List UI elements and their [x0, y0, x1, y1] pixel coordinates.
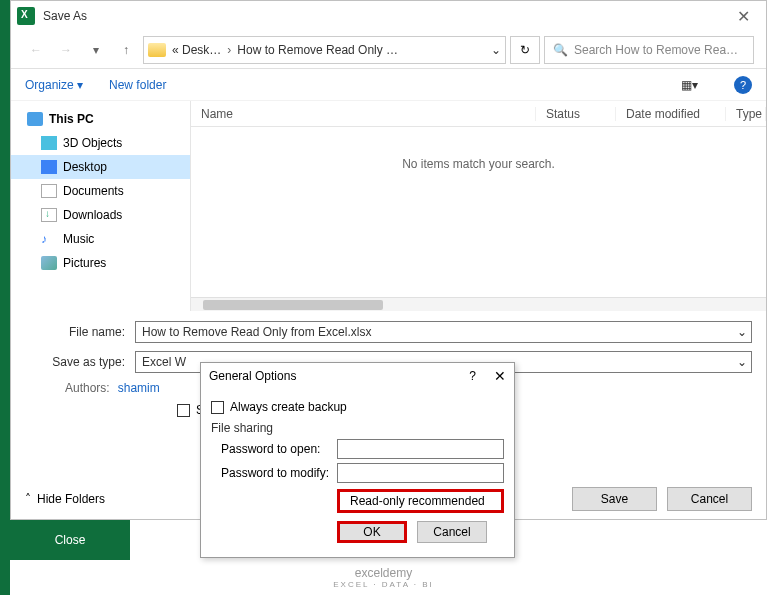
- watermark-sub: EXCEL · DATA · BI: [333, 580, 434, 589]
- scrollbar-thumb[interactable]: [203, 300, 383, 310]
- column-type[interactable]: Type: [726, 107, 766, 121]
- navigation-bar: ← → ▾ ↑ « Desk… › How to Remove Read Onl…: [11, 31, 766, 69]
- cancel-button[interactable]: Cancel: [667, 487, 752, 511]
- refresh-button[interactable]: ↻: [510, 36, 540, 64]
- pwd-open-input[interactable]: [337, 439, 504, 459]
- view-options-button[interactable]: ▦▾: [681, 78, 698, 92]
- forward-button[interactable]: →: [53, 37, 79, 63]
- recent-dropdown-icon[interactable]: ▾: [83, 37, 109, 63]
- back-button[interactable]: ←: [23, 37, 49, 63]
- toolbar: Organize ▾ New folder ▦▾ ?: [11, 69, 766, 101]
- filename-label: File name:: [25, 325, 135, 339]
- chevron-down-icon[interactable]: ⌄: [737, 355, 747, 369]
- pc-icon: [27, 112, 43, 126]
- pwd-modify-input[interactable]: [337, 463, 504, 483]
- help-icon[interactable]: ?: [469, 369, 476, 383]
- chevron-right-icon: ›: [227, 43, 231, 57]
- save-label: Save: [601, 492, 628, 506]
- hide-folders-label: Hide Folders: [37, 492, 105, 506]
- pwd-modify-row: Password to modify:: [211, 461, 504, 485]
- save-button[interactable]: Save: [572, 487, 657, 511]
- column-date[interactable]: Date modified: [616, 107, 726, 121]
- pwd-modify-label: Password to modify:: [211, 466, 331, 480]
- hide-folders-button[interactable]: ˄ Hide Folders: [25, 492, 105, 506]
- tree-desktop[interactable]: Desktop: [11, 155, 190, 179]
- chevron-down-icon[interactable]: ⌄: [737, 325, 747, 339]
- pwd-open-label: Password to open:: [211, 442, 331, 456]
- authors-label: Authors:: [65, 381, 110, 395]
- saveastype-label: Save as type:: [25, 355, 135, 369]
- footer-buttons: Save Cancel: [572, 487, 752, 511]
- picture-icon: [41, 256, 57, 270]
- tree-downloads[interactable]: Downloads: [11, 203, 190, 227]
- backup-row: Always create backup: [211, 395, 504, 419]
- breadcrumb-part[interactable]: How to Remove Read Only …: [235, 43, 400, 57]
- close-icon[interactable]: ✕: [494, 368, 506, 384]
- horizontal-scrollbar[interactable]: [191, 297, 766, 311]
- tree-music[interactable]: ♪Music: [11, 227, 190, 251]
- app-sidebar-green: [0, 0, 10, 595]
- cancel-button[interactable]: Cancel: [417, 521, 487, 543]
- tree-label: 3D Objects: [63, 136, 122, 150]
- dialog-body: Always create backup File sharing Passwo…: [201, 389, 514, 557]
- author-value[interactable]: shamim: [118, 381, 160, 395]
- tree-this-pc[interactable]: This PC: [11, 107, 190, 131]
- download-icon: [41, 208, 57, 222]
- thumbnail-checkbox[interactable]: [177, 404, 190, 417]
- search-icon: 🔍: [553, 43, 568, 57]
- dialog-title: General Options: [209, 369, 469, 383]
- folder-tree: This PC 3D Objects Desktop Documents Dow…: [11, 101, 191, 311]
- help-icon[interactable]: ?: [734, 76, 752, 94]
- breadcrumb-part[interactable]: « Desk…: [170, 43, 223, 57]
- close-icon[interactable]: ✕: [727, 3, 760, 30]
- titlebar: Save As ✕: [11, 1, 766, 31]
- dialog-footer: OK Cancel: [211, 513, 504, 547]
- cancel-label: Cancel: [433, 525, 470, 539]
- window-title: Save As: [43, 9, 87, 23]
- search-placeholder: Search How to Remove Rea…: [574, 43, 738, 57]
- filename-row: File name: How to Remove Read Only from …: [25, 321, 752, 343]
- pwd-open-row: Password to open:: [211, 437, 504, 461]
- organize-button[interactable]: Organize ▾: [25, 78, 83, 92]
- column-name[interactable]: Name: [191, 107, 536, 121]
- tree-label: Music: [63, 232, 94, 246]
- folder-icon: [148, 43, 166, 57]
- empty-message: No items match your search.: [191, 157, 766, 171]
- general-options-dialog: General Options ? ✕ Always create backup…: [200, 362, 515, 558]
- tree-label: Desktop: [63, 160, 107, 174]
- dialog-titlebar: General Options ? ✕: [201, 363, 514, 389]
- view-icon: ▦▾: [681, 78, 698, 92]
- filename-value: How to Remove Read Only from Excel.xlsx: [142, 325, 371, 339]
- ok-label: OK: [363, 525, 380, 539]
- search-input[interactable]: 🔍 Search How to Remove Rea…: [544, 36, 754, 64]
- backup-label: Always create backup: [230, 400, 347, 414]
- up-button[interactable]: ↑: [113, 37, 139, 63]
- tree-label: Pictures: [63, 256, 106, 270]
- backup-checkbox[interactable]: [211, 401, 224, 414]
- close-label: Close: [55, 533, 86, 547]
- ok-button[interactable]: OK: [337, 521, 407, 543]
- filename-input[interactable]: How to Remove Read Only from Excel.xlsx …: [135, 321, 752, 343]
- address-bar[interactable]: « Desk… › How to Remove Read Only … ⌄: [143, 36, 506, 64]
- tree-3d-objects[interactable]: 3D Objects: [11, 131, 190, 155]
- tree-documents[interactable]: Documents: [11, 179, 190, 203]
- desktop-icon: [41, 160, 57, 174]
- content-area: This PC 3D Objects Desktop Documents Dow…: [11, 101, 766, 311]
- readonly-label: Read-only recommended: [350, 494, 485, 508]
- readonly-row: Read-only recommended: [337, 489, 504, 513]
- tree-label: Downloads: [63, 208, 122, 222]
- cube-icon: [41, 136, 57, 150]
- cancel-label: Cancel: [691, 492, 728, 506]
- document-icon: [41, 184, 57, 198]
- chevron-down-icon[interactable]: ⌄: [491, 43, 501, 57]
- excel-icon: [17, 7, 35, 25]
- filesharing-label: File sharing: [211, 421, 504, 435]
- column-status[interactable]: Status: [536, 107, 616, 121]
- new-folder-button[interactable]: New folder: [109, 78, 166, 92]
- list-header: Name Status Date modified Type: [191, 101, 766, 127]
- close-panel[interactable]: Close: [10, 520, 130, 560]
- chevron-up-icon: ˄: [25, 492, 31, 506]
- file-list: Name Status Date modified Type No items …: [191, 101, 766, 311]
- tree-pictures[interactable]: Pictures: [11, 251, 190, 275]
- tree-label: This PC: [49, 112, 94, 126]
